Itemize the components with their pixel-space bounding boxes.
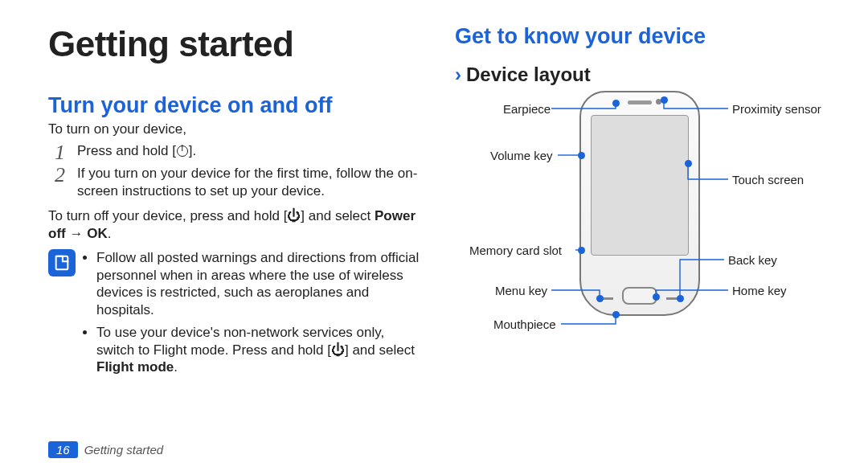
label-mouthpiece: Mouthpiece — [493, 317, 556, 331]
label-memory-card-slot: Memory card slot — [469, 244, 562, 257]
right-column: Get to know your device › Device layout — [455, 24, 829, 442]
label-earpiece: Earpiece — [503, 102, 551, 116]
note-box: Follow all posted warnings and direction… — [48, 249, 423, 381]
step-1: Press and hold []. — [55, 142, 423, 160]
intro-text: To turn on your device, — [48, 121, 423, 137]
page-title: Getting started — [48, 24, 423, 64]
left-column: Getting started Turn your device on and … — [48, 24, 423, 442]
label-home-key: Home key — [732, 284, 787, 297]
subsection-device-layout: Device layout — [466, 63, 591, 86]
leader-lines — [455, 91, 825, 380]
label-proximity-sensor: Proximity sensor — [732, 102, 821, 116]
device-layout-diagram: Earpiece Volume key Memory card slot Men… — [455, 91, 825, 380]
page-footer: 16 Getting started — [48, 441, 163, 458]
label-back-key: Back key — [728, 253, 777, 267]
section-heading-turn-on-off: Turn your device on and off — [48, 93, 423, 118]
step-2: If you turn on your device for the first… — [55, 165, 423, 200]
section-heading-know-device: Get to know your device — [455, 24, 829, 49]
note-item-1: Follow all posted warnings and direction… — [96, 249, 423, 319]
footer-section-name: Getting started — [84, 443, 163, 457]
label-touch-screen: Touch screen — [732, 173, 804, 186]
turn-off-paragraph: To turn off your device, press and hold … — [48, 207, 423, 243]
chevron-right-icon: › — [455, 63, 461, 86]
label-menu-key: Menu key — [495, 284, 547, 297]
page-number-badge: 16 — [48, 441, 78, 458]
note-item-2: To use your device's non-network service… — [96, 324, 423, 376]
steps-list: Press and hold []. If you turn on your d… — [55, 142, 423, 199]
note-icon — [48, 249, 76, 276]
power-icon — [177, 145, 188, 157]
label-volume-key: Volume key — [490, 149, 553, 162]
